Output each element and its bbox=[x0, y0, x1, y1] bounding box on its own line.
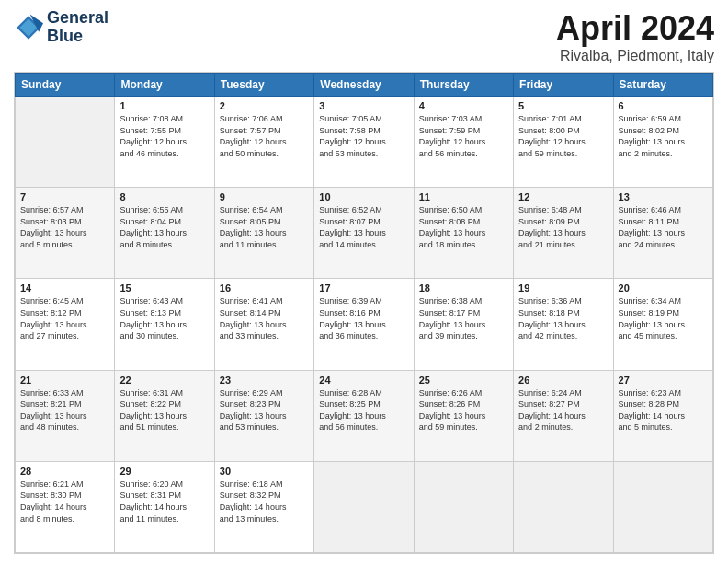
day-number: 14 bbox=[20, 282, 109, 293]
day-cell: 17Sunrise: 6:39 AM Sunset: 8:16 PM Dayli… bbox=[314, 279, 414, 370]
day-number: 17 bbox=[319, 282, 408, 293]
logo-line1: General bbox=[47, 9, 108, 28]
day-info: Sunrise: 7:06 AM Sunset: 7:57 PM Dayligh… bbox=[220, 113, 309, 159]
header: General Blue April 2024 Rivalba, Piedmon… bbox=[14, 9, 714, 64]
day-cell: 26Sunrise: 6:24 AM Sunset: 8:27 PM Dayli… bbox=[514, 370, 613, 461]
day-info: Sunrise: 6:31 AM Sunset: 8:22 PM Dayligh… bbox=[119, 387, 209, 433]
day-number: 30 bbox=[220, 465, 309, 477]
day-number: 6 bbox=[619, 100, 708, 111]
day-info: Sunrise: 6:41 AM Sunset: 8:14 PM Dayligh… bbox=[220, 295, 309, 341]
week-row-3: 14Sunrise: 6:45 AM Sunset: 8:12 PM Dayli… bbox=[16, 279, 713, 370]
day-number: 24 bbox=[319, 374, 408, 385]
column-header-monday: Monday bbox=[115, 74, 214, 97]
page: General Blue April 2024 Rivalba, Piedmon… bbox=[0, 0, 728, 563]
day-number: 26 bbox=[518, 374, 608, 385]
day-number: 15 bbox=[119, 282, 209, 293]
day-cell: 7Sunrise: 6:57 AM Sunset: 8:03 PM Daylig… bbox=[16, 188, 115, 279]
calendar-header: SundayMondayTuesdayWednesdayThursdayFrid… bbox=[16, 74, 713, 97]
day-cell: 19Sunrise: 6:36 AM Sunset: 8:18 PM Dayli… bbox=[514, 279, 613, 370]
day-info: Sunrise: 6:38 AM Sunset: 8:17 PM Dayligh… bbox=[419, 295, 508, 341]
day-number: 7 bbox=[20, 191, 109, 202]
day-info: Sunrise: 6:46 AM Sunset: 8:11 PM Dayligh… bbox=[619, 204, 708, 250]
logo-icon bbox=[14, 13, 43, 42]
day-info: Sunrise: 6:39 AM Sunset: 8:16 PM Dayligh… bbox=[319, 295, 408, 341]
day-cell: 1Sunrise: 7:08 AM Sunset: 7:55 PM Daylig… bbox=[115, 97, 214, 188]
day-info: Sunrise: 6:33 AM Sunset: 8:21 PM Dayligh… bbox=[20, 387, 109, 433]
day-number: 25 bbox=[419, 374, 508, 385]
day-cell: 8Sunrise: 6:55 AM Sunset: 8:04 PM Daylig… bbox=[115, 188, 214, 279]
calendar-table: SundayMondayTuesdayWednesdayThursdayFrid… bbox=[15, 73, 713, 553]
day-info: Sunrise: 7:05 AM Sunset: 7:58 PM Dayligh… bbox=[319, 113, 408, 159]
day-number: 3 bbox=[319, 100, 408, 111]
day-cell bbox=[613, 461, 712, 552]
week-row-5: 28Sunrise: 6:21 AM Sunset: 8:30 PM Dayli… bbox=[16, 461, 713, 552]
column-header-tuesday: Tuesday bbox=[214, 74, 313, 97]
day-number: 20 bbox=[619, 282, 708, 293]
day-number: 12 bbox=[518, 191, 608, 202]
main-title: April 2024 bbox=[556, 9, 714, 48]
day-info: Sunrise: 7:01 AM Sunset: 8:00 PM Dayligh… bbox=[518, 113, 608, 159]
column-header-wednesday: Wednesday bbox=[314, 74, 414, 97]
day-cell bbox=[16, 97, 115, 188]
column-header-sunday: Sunday bbox=[16, 74, 115, 97]
title-block: April 2024 Rivalba, Piedmont, Italy bbox=[556, 9, 714, 64]
day-cell: 10Sunrise: 6:52 AM Sunset: 8:07 PM Dayli… bbox=[314, 188, 414, 279]
day-info: Sunrise: 6:34 AM Sunset: 8:19 PM Dayligh… bbox=[619, 295, 708, 341]
day-cell: 9Sunrise: 6:54 AM Sunset: 8:05 PM Daylig… bbox=[214, 188, 313, 279]
day-info: Sunrise: 6:43 AM Sunset: 8:13 PM Dayligh… bbox=[119, 295, 209, 341]
logo-line2: Blue bbox=[47, 28, 108, 46]
day-number: 13 bbox=[619, 191, 708, 202]
day-info: Sunrise: 6:55 AM Sunset: 8:04 PM Dayligh… bbox=[119, 204, 209, 250]
day-cell: 12Sunrise: 6:48 AM Sunset: 8:09 PM Dayli… bbox=[514, 188, 613, 279]
day-info: Sunrise: 6:48 AM Sunset: 8:09 PM Dayligh… bbox=[518, 204, 608, 250]
day-info: Sunrise: 6:54 AM Sunset: 8:05 PM Dayligh… bbox=[220, 204, 309, 250]
day-number: 21 bbox=[20, 374, 109, 385]
day-cell: 15Sunrise: 6:43 AM Sunset: 8:13 PM Dayli… bbox=[115, 279, 214, 370]
day-number: 11 bbox=[419, 191, 508, 202]
day-cell bbox=[514, 461, 613, 552]
day-info: Sunrise: 6:36 AM Sunset: 8:18 PM Dayligh… bbox=[518, 295, 608, 341]
day-cell: 5Sunrise: 7:01 AM Sunset: 8:00 PM Daylig… bbox=[514, 97, 613, 188]
day-info: Sunrise: 6:28 AM Sunset: 8:25 PM Dayligh… bbox=[319, 387, 408, 433]
day-cell: 4Sunrise: 7:03 AM Sunset: 7:59 PM Daylig… bbox=[414, 97, 513, 188]
day-number: 8 bbox=[119, 191, 209, 202]
day-info: Sunrise: 6:20 AM Sunset: 8:31 PM Dayligh… bbox=[119, 478, 209, 524]
subtitle: Rivalba, Piedmont, Italy bbox=[556, 48, 714, 64]
day-cell: 29Sunrise: 6:20 AM Sunset: 8:31 PM Dayli… bbox=[115, 461, 214, 552]
day-info: Sunrise: 6:21 AM Sunset: 8:30 PM Dayligh… bbox=[20, 478, 109, 524]
day-cell: 3Sunrise: 7:05 AM Sunset: 7:58 PM Daylig… bbox=[314, 97, 414, 188]
day-info: Sunrise: 7:08 AM Sunset: 7:55 PM Dayligh… bbox=[119, 113, 209, 159]
day-cell: 24Sunrise: 6:28 AM Sunset: 8:25 PM Dayli… bbox=[314, 370, 414, 461]
day-info: Sunrise: 6:57 AM Sunset: 8:03 PM Dayligh… bbox=[20, 204, 109, 250]
day-cell bbox=[414, 461, 513, 552]
day-number: 5 bbox=[518, 100, 608, 111]
day-cell: 22Sunrise: 6:31 AM Sunset: 8:22 PM Dayli… bbox=[115, 370, 214, 461]
logo-text: General Blue bbox=[47, 9, 108, 46]
day-number: 4 bbox=[419, 100, 508, 111]
day-info: Sunrise: 6:50 AM Sunset: 8:08 PM Dayligh… bbox=[419, 204, 508, 250]
day-info: Sunrise: 6:45 AM Sunset: 8:12 PM Dayligh… bbox=[20, 295, 109, 341]
day-number: 9 bbox=[220, 191, 309, 202]
day-cell: 25Sunrise: 6:26 AM Sunset: 8:26 PM Dayli… bbox=[414, 370, 513, 461]
calendar-body: 1Sunrise: 7:08 AM Sunset: 7:55 PM Daylig… bbox=[16, 97, 713, 553]
day-cell: 16Sunrise: 6:41 AM Sunset: 8:14 PM Dayli… bbox=[214, 279, 313, 370]
day-info: Sunrise: 6:26 AM Sunset: 8:26 PM Dayligh… bbox=[419, 387, 508, 433]
day-number: 16 bbox=[220, 282, 309, 293]
day-number: 10 bbox=[319, 191, 408, 202]
day-cell: 23Sunrise: 6:29 AM Sunset: 8:23 PM Dayli… bbox=[214, 370, 313, 461]
header-row: SundayMondayTuesdayWednesdayThursdayFrid… bbox=[16, 74, 713, 97]
day-number: 28 bbox=[20, 465, 109, 477]
day-cell: 2Sunrise: 7:06 AM Sunset: 7:57 PM Daylig… bbox=[214, 97, 313, 188]
week-row-2: 7Sunrise: 6:57 AM Sunset: 8:03 PM Daylig… bbox=[16, 188, 713, 279]
column-header-friday: Friday bbox=[514, 74, 613, 97]
calendar: SundayMondayTuesdayWednesdayThursdayFrid… bbox=[14, 72, 714, 554]
day-number: 18 bbox=[419, 282, 508, 293]
day-number: 1 bbox=[119, 100, 209, 111]
day-cell: 28Sunrise: 6:21 AM Sunset: 8:30 PM Dayli… bbox=[16, 461, 115, 552]
day-cell: 11Sunrise: 6:50 AM Sunset: 8:08 PM Dayli… bbox=[414, 188, 513, 279]
day-cell bbox=[314, 461, 414, 552]
day-info: Sunrise: 7:03 AM Sunset: 7:59 PM Dayligh… bbox=[419, 113, 508, 159]
day-info: Sunrise: 6:18 AM Sunset: 8:32 PM Dayligh… bbox=[220, 478, 309, 524]
day-info: Sunrise: 6:24 AM Sunset: 8:27 PM Dayligh… bbox=[518, 387, 608, 433]
day-cell: 21Sunrise: 6:33 AM Sunset: 8:21 PM Dayli… bbox=[16, 370, 115, 461]
